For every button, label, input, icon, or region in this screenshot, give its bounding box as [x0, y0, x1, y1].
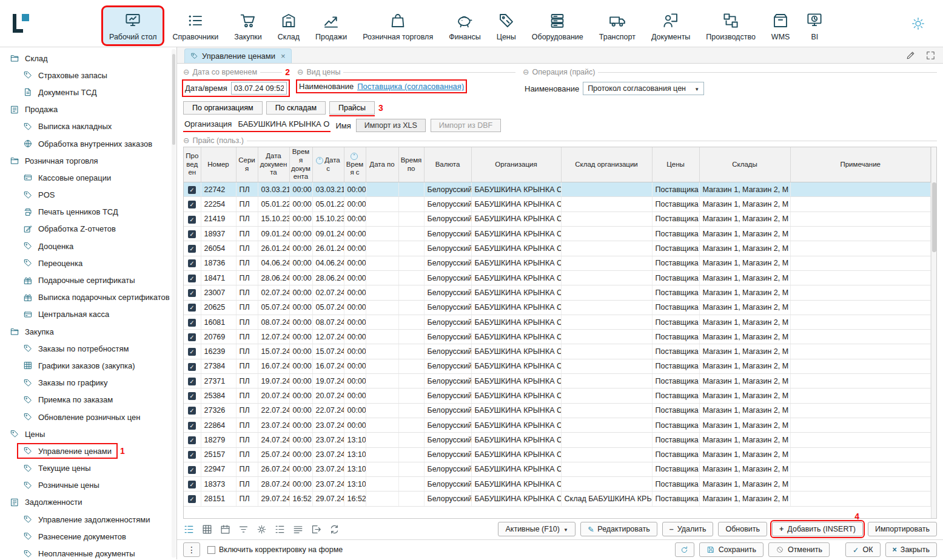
refresh-button[interactable]: Обновить — [718, 522, 767, 536]
table-row[interactable]: 27371ПЛ19.07.2400:0019.07.2400:00Белорус… — [184, 374, 931, 388]
edit-pencil-icon[interactable] — [905, 50, 916, 61]
row-checkbox[interactable] — [188, 363, 196, 371]
edit-button[interactable]: Редактировать — [580, 522, 657, 536]
table-row[interactable]: 20625ПЛ05.07.2400:0005.07.2400:00Белорус… — [184, 300, 931, 315]
column-header-posted[interactable]: Проведен — [184, 147, 201, 182]
column-header-warehouses[interactable]: Склады — [699, 147, 790, 182]
sync-button[interactable] — [675, 542, 694, 557]
sidebar-item-gift-certificates[interactable]: Подарочные сертификаты — [0, 272, 176, 288]
column-header-date-from[interactable]: ˆДата с — [312, 147, 344, 182]
sidebar-item-tsd-docs[interactable]: Документы ТСД — [0, 84, 176, 101]
sidebar-item-doc-allocation[interactable]: Разнесение документов — [0, 528, 176, 545]
sidebar-item-revaluation[interactable]: Переоценка — [0, 255, 176, 272]
row-checkbox[interactable] — [188, 392, 196, 400]
calendar-icon[interactable] — [220, 524, 231, 535]
table-row[interactable]: 16081ПЛ08.07.2400:0008.07.2400:00Белорус… — [184, 315, 931, 329]
filter-icon[interactable] — [238, 524, 249, 535]
import-button[interactable]: Импортировать — [868, 522, 937, 536]
organization-value[interactable]: БАБУШКИНА КРЫНКА О — [238, 119, 329, 128]
table-scrollbar-thumb[interactable] — [932, 182, 936, 252]
collapse-icon[interactable] — [183, 68, 189, 76]
column-header-number[interactable]: Номер — [201, 147, 236, 182]
row-checkbox[interactable] — [188, 304, 196, 312]
sidebar-item-current-prices[interactable]: Текущие цены — [0, 460, 176, 477]
sidebar-item-pos[interactable]: POS — [0, 187, 176, 204]
table-row[interactable]: 18736ПЛ04.06.2400:0004.06.2400:00Белорус… — [184, 256, 931, 270]
sidebar-item-unpaid-docs[interactable]: Неоплаченные документы — [0, 545, 176, 559]
table-row[interactable]: 22254ПЛ05.01.2200:0005.01.2200:00Белорус… — [184, 197, 931, 212]
sidebar-item-insurance-stock[interactable]: Страховые запасы — [0, 67, 176, 84]
sidebar-scrollbar-thumb[interactable] — [172, 54, 175, 145]
sidebar-item-central-cash[interactable]: Центральная касса — [0, 306, 176, 323]
topbar-item-bi[interactable]: BI — [799, 7, 830, 44]
table-row[interactable]: 26054ПЛ26.01.2400:0026.01.2400:00Белорус… — [184, 241, 931, 256]
settings-sun-icon[interactable] — [910, 16, 926, 32]
topbar-item-documents[interactable]: Документы — [645, 7, 696, 44]
row-checkbox[interactable] — [188, 451, 196, 459]
row-checkbox[interactable] — [188, 245, 196, 253]
topbar-item-retail[interactable]: Розничная торговля — [357, 7, 439, 44]
collapse-icon[interactable] — [523, 68, 529, 76]
export-icon[interactable] — [310, 524, 322, 535]
row-checkbox[interactable] — [188, 407, 196, 415]
sidebar-item-demand-orders[interactable]: Заказы по потребностям — [0, 340, 176, 357]
row-checkbox[interactable] — [188, 481, 196, 488]
column-header-currency[interactable]: Валюта — [424, 147, 471, 182]
import-xls-button[interactable]: Импорт из XLS — [356, 119, 426, 132]
table-scrollbar[interactable] — [931, 147, 936, 518]
subtab-price-lists[interactable]: Прайсы — [329, 101, 375, 115]
sidebar-item-retail[interactable]: Розничная торговля — [0, 152, 176, 169]
row-checkbox[interactable] — [188, 422, 196, 430]
sidebar-scrollbar[interactable] — [172, 49, 176, 558]
datetime-input[interactable] — [231, 82, 287, 95]
sidebar-item-markup[interactable]: Дооценка — [0, 238, 176, 255]
ok-button[interactable]: ОК — [845, 542, 881, 557]
import-dbf-button[interactable]: Импорт из DBF — [431, 119, 501, 132]
column-header-series[interactable]: Серия — [236, 147, 258, 182]
list-view-icon[interactable] — [183, 524, 195, 535]
sidebar-item-order-schedules[interactable]: Графики заказов (закупка) — [0, 357, 176, 374]
topbar-item-equipment[interactable]: Оборудование — [526, 7, 589, 44]
table-row[interactable]: 23007ПЛ02.07.2400:0002.07.2400:00Белорус… — [184, 285, 931, 300]
row-checkbox[interactable] — [188, 275, 196, 282]
subtab-by-organizations[interactable]: По организациям — [183, 101, 263, 115]
table-row[interactable]: 20769ПЛ12.07.2400:0012.07.2400:00Белорус… — [184, 330, 931, 344]
sidebar-item-cash-operations[interactable]: Кассовые операции — [0, 169, 176, 186]
collapse-icon[interactable] — [183, 137, 189, 145]
column-header-note[interactable]: Примечание — [790, 147, 931, 182]
row-checkbox[interactable] — [188, 289, 196, 297]
sidebar-item-retail-prices[interactable]: Розничные цены — [0, 477, 176, 494]
tab-close-icon[interactable]: × — [281, 52, 286, 61]
operation-select[interactable]: Протокол согласования цен — [583, 82, 704, 95]
more-options-button[interactable] — [183, 542, 200, 557]
row-checkbox[interactable] — [188, 348, 196, 356]
table-row[interactable]: 27326ПЛ22.07.2400:0022.07.2400:00Белорус… — [184, 403, 931, 418]
collapse-icon[interactable] — [297, 68, 303, 76]
topbar-item-prices[interactable]: Цены — [491, 7, 522, 44]
sidebar-item-z-reports[interactable]: Обработка Z-отчетов — [0, 221, 176, 238]
sidebar-item-schedule-orders[interactable]: Заказы по графику — [0, 375, 176, 392]
column-header-doc-date[interactable]: Дата документа — [258, 147, 289, 182]
sidebar-item-order-acceptance[interactable]: Приемка по заказам — [0, 392, 176, 408]
column-header-organization[interactable]: Организация — [471, 147, 561, 182]
sidebar-item-invoices[interactable]: Выписка накладных — [0, 118, 176, 135]
topbar-item-finance[interactable]: Финансы — [443, 7, 486, 44]
subtab-by-warehouses[interactable]: По складам — [266, 101, 326, 115]
row-checkbox[interactable] — [188, 186, 196, 194]
table-row[interactable]: 22947ПЛ26.07.2400:0023.07.2413:10Белорус… — [184, 462, 931, 476]
ordered-list-icon[interactable] — [274, 524, 286, 535]
form-correction-checkbox[interactable] — [207, 546, 215, 554]
sidebar-item-prices[interactable]: Цены — [0, 425, 176, 442]
cancel-button[interactable]: Отменить — [768, 542, 830, 557]
app-logo[interactable] — [0, 11, 103, 36]
topbar-item-transport[interactable]: Транспорт — [593, 7, 642, 44]
price-type-link[interactable]: Поставщика (согласованная) — [357, 82, 464, 91]
column-header-doc-time[interactable]: Время документа — [289, 147, 312, 182]
column-header-org-warehouse[interactable]: Склад организации — [561, 147, 652, 182]
expand-icon[interactable] — [925, 50, 936, 61]
table-row[interactable]: 25157ПЛ25.07.2400:0023.07.2413:10Белорус… — [184, 447, 931, 462]
column-header-time-to[interactable]: Время по — [398, 147, 424, 182]
table-row[interactable]: 18471ПЛ28.06.2400:0028.06.2400:00Белорус… — [184, 270, 931, 285]
sidebar-item-warehouse[interactable]: Склад — [0, 50, 176, 67]
active-filter-select[interactable]: Активные (F10) — [498, 522, 575, 536]
